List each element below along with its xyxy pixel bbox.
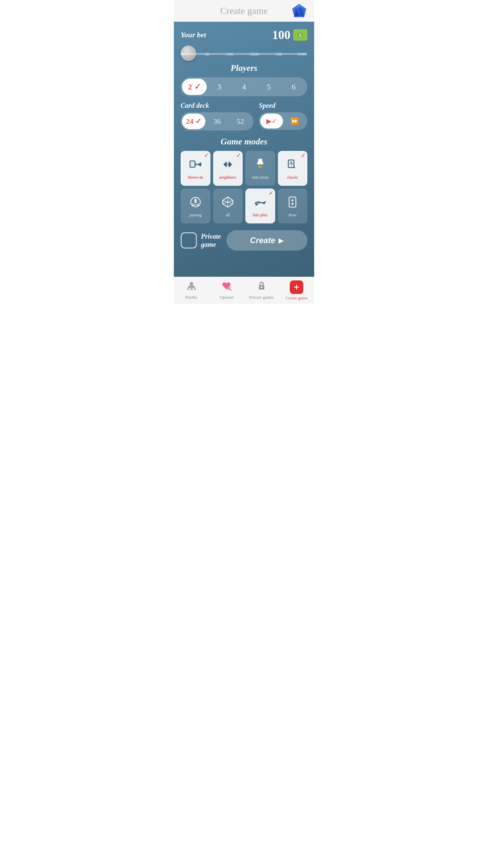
slider-track	[181, 53, 307, 55]
svg-point-21	[258, 159, 262, 160]
svg-point-49	[261, 287, 262, 288]
throw-in-icon	[189, 158, 202, 174]
opened-icon	[221, 281, 231, 293]
play-check-icon: ▶✓	[266, 117, 277, 125]
nav-create-game-label: Create game	[286, 295, 308, 301]
create-game-icon	[290, 280, 303, 294]
private-game-section: Privategame	[181, 232, 221, 249]
deck-option-52[interactable]: 52	[229, 114, 252, 129]
players-title: Players	[181, 63, 307, 73]
player-option-5[interactable]: 5	[257, 79, 281, 95]
mode-passing[interactable]: passing	[181, 189, 210, 223]
bet-value-container: 100 $	[272, 28, 307, 42]
neighbors-icon	[221, 158, 234, 174]
checkmark-fair-play: ✓	[269, 190, 273, 196]
deck-option-24[interactable]: 24 ✓	[182, 114, 205, 129]
private-games-icon	[257, 281, 267, 293]
player-option-4[interactable]: 4	[231, 79, 256, 95]
nav-opened[interactable]: Opened	[209, 277, 244, 304]
player-option-3[interactable]: 3	[207, 79, 231, 95]
svg-point-37	[291, 199, 293, 201]
checkmark-throw-in: ✓	[204, 152, 208, 159]
deck-section: Card deck 24 ✓ 36 52	[181, 102, 253, 131]
deck-selector: 24 ✓ 36 52	[181, 112, 253, 131]
private-game-label: Privategame	[201, 232, 221, 249]
passing-icon	[189, 196, 202, 211]
main-content: Your bet 100 $ 100 1K 10K	[174, 22, 314, 277]
player-option-6[interactable]: 6	[281, 79, 306, 95]
svg-marker-12	[197, 162, 201, 166]
svg-text:♠: ♠	[293, 164, 296, 169]
fair-play-label: fair play	[253, 213, 267, 218]
svg-point-29	[195, 201, 197, 203]
svg-rect-11	[190, 161, 195, 167]
speed-option-normal[interactable]: ▶✓	[260, 114, 283, 129]
nav-profile-label: Profile	[185, 295, 197, 300]
game-modes-grid: ✓ throw-in ✓ neighbors	[181, 151, 307, 223]
draw-icon	[286, 196, 299, 211]
bottom-nav: Profile Opened Private games	[174, 277, 314, 304]
classic-label: classic	[287, 175, 298, 180]
svg-rect-44	[190, 289, 193, 290]
speed-section: Speed ▶✓ ⏩	[259, 102, 307, 130]
nav-create-game[interactable]: Create game	[279, 277, 314, 304]
private-game-checkbox[interactable]	[181, 232, 197, 249]
page-title: Create game	[220, 5, 268, 16]
create-button-text: Create	[250, 236, 276, 245]
mode-draw[interactable]: draw	[278, 189, 308, 223]
mode-classic[interactable]: ✓ A ♠ classic	[278, 151, 308, 186]
nav-private-games-label: Private games	[249, 295, 274, 300]
mode-with-tricks[interactable]: 😎 with tricks	[245, 151, 275, 186]
classic-icon: A ♠	[286, 158, 299, 174]
svg-marker-16	[229, 161, 232, 167]
deck-option-36[interactable]: 36	[205, 114, 229, 129]
gem-icon	[291, 3, 307, 19]
neighbors-label: neighbors	[219, 175, 237, 180]
fair-play-icon	[254, 196, 267, 211]
svg-text:😎: 😎	[258, 163, 263, 168]
create-game-diamond-icon	[290, 280, 303, 294]
speed-label: Speed	[259, 102, 307, 110]
mode-fair-play[interactable]: ✓ fair play	[245, 189, 275, 223]
all-label: all	[226, 213, 230, 218]
bet-value: 100	[272, 28, 290, 42]
svg-rect-36	[289, 197, 296, 207]
all-icon	[221, 196, 234, 211]
svg-text:A: A	[289, 161, 293, 166]
money-icon: $	[293, 29, 307, 41]
with-tricks-icon: 😎	[254, 158, 267, 174]
speed-option-fast[interactable]: ⏩	[283, 114, 306, 129]
players-selector: 2 ✓ 3 4 5 6	[181, 77, 307, 96]
bet-section: Your bet 100 $ 100 1K 10K	[181, 28, 307, 57]
with-tricks-label: with tricks	[251, 175, 269, 180]
checkmark-neighbors: ✓	[236, 152, 241, 159]
svg-point-38	[291, 203, 293, 205]
slider[interactable]	[181, 45, 307, 47]
draw-label: draw	[288, 213, 297, 218]
nav-profile[interactable]: Profile	[174, 277, 209, 304]
slider-fill	[181, 53, 184, 55]
svg-marker-14	[223, 161, 227, 167]
mode-neighbors[interactable]: ✓ neighbors	[213, 151, 243, 186]
svg-point-42	[190, 284, 193, 287]
profile-icon	[186, 281, 197, 293]
create-button[interactable]: Create ▶	[226, 230, 307, 251]
header: Create game	[174, 0, 314, 22]
player-option-2[interactable]: 2 ✓	[182, 79, 207, 95]
svg-text:$: $	[299, 33, 302, 38]
speed-selector: ▶✓ ⏩	[259, 112, 307, 130]
throw-in-label: throw-in	[188, 175, 203, 180]
nav-private-games[interactable]: Private games	[244, 277, 279, 304]
fast-forward-icon: ⏩	[290, 117, 299, 125]
passing-label: passing	[189, 213, 202, 218]
svg-line-47	[229, 289, 231, 290]
game-modes-title: Game modes	[181, 137, 307, 147]
create-button-arrow-icon: ▶	[279, 236, 284, 244]
nav-opened-label: Opened	[220, 295, 233, 300]
mode-throw-in[interactable]: ✓ throw-in	[181, 151, 210, 186]
bottom-row: Privategame Create ▶	[181, 230, 307, 251]
checkmark-classic: ✓	[301, 152, 305, 159]
deck-speed-row: Card deck 24 ✓ 36 52 Speed ▶✓ ⏩	[181, 102, 307, 131]
mode-all[interactable]: all	[213, 189, 243, 223]
bet-label: Your bet	[181, 31, 206, 39]
